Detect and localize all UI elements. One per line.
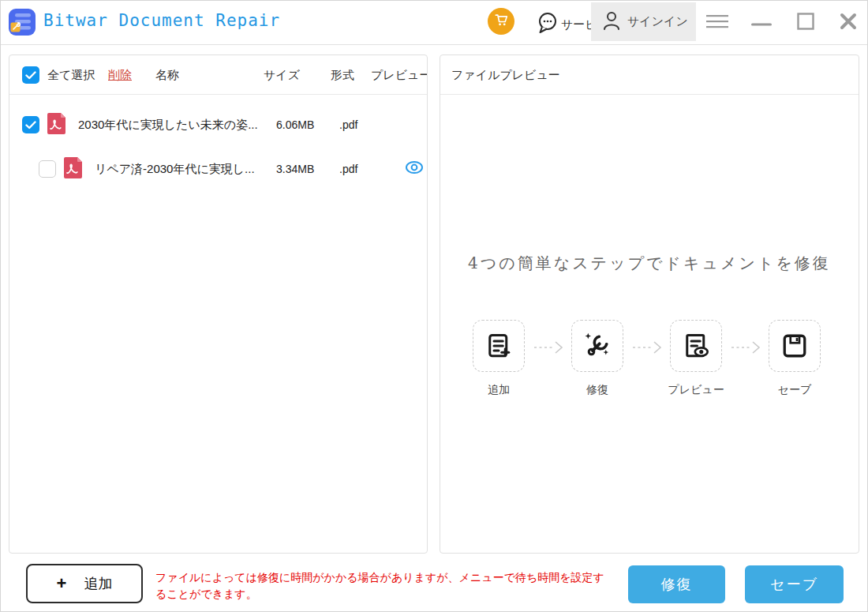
column-header-name: 名称 bbox=[155, 68, 179, 83]
pdf-file-icon bbox=[63, 156, 84, 182]
file-size: 3.34MB bbox=[276, 163, 314, 175]
minimize-icon bbox=[751, 16, 772, 30]
step-preview: プレビュー bbox=[670, 320, 722, 397]
store-button[interactable] bbox=[488, 8, 514, 35]
add-button-label: 追加 bbox=[84, 574, 112, 593]
arrow-icon bbox=[623, 340, 670, 355]
file-list-panel: 全て選択 削除 名称 サイズ 形式 プレビュー 2030年代に実現したい未来の姿… bbox=[9, 54, 428, 554]
step-label: プレビュー bbox=[668, 383, 724, 397]
column-header-preview: プレビュー bbox=[371, 68, 428, 83]
menu-button[interactable] bbox=[699, 1, 735, 45]
file-checkbox[interactable] bbox=[39, 160, 56, 178]
close-button[interactable] bbox=[831, 1, 866, 45]
close-icon bbox=[840, 13, 857, 33]
file-list-header: 全て選択 削除 名称 サイズ 形式 プレビュー bbox=[9, 55, 427, 95]
repair-button[interactable]: 修復 bbox=[628, 565, 725, 603]
user-icon bbox=[602, 10, 621, 34]
add-document-icon bbox=[473, 320, 525, 372]
column-header-format: 形式 bbox=[331, 68, 354, 83]
step-save: セーブ bbox=[769, 320, 821, 397]
steps-row: 追加 修復 bbox=[473, 320, 821, 397]
delete-link[interactable]: 削除 bbox=[108, 68, 132, 83]
select-all-checkbox[interactable] bbox=[22, 66, 39, 84]
file-name: リペア済-2030年代に実現し... bbox=[95, 162, 255, 177]
save-floppy-icon bbox=[769, 320, 821, 372]
add-file-button[interactable]: + 追加 bbox=[26, 564, 143, 603]
steps-title: 4つの簡単なステップでドキュメントを修復 bbox=[440, 253, 859, 274]
step-label: 追加 bbox=[488, 383, 510, 397]
maximize-icon bbox=[797, 13, 814, 33]
minimize-button[interactable] bbox=[744, 1, 779, 45]
app-logo-icon bbox=[8, 8, 36, 36]
column-header-size: サイズ bbox=[264, 68, 300, 83]
file-row[interactable]: 2030年代に実現したい未来の姿... 6.06MB .pdf bbox=[9, 103, 427, 147]
signin-label: サインイン bbox=[627, 14, 688, 29]
chat-bubble-icon bbox=[536, 10, 559, 39]
preview-panel-title: ファイルプレビュー bbox=[451, 68, 560, 83]
app-title: Bitwar Document Repair bbox=[43, 11, 280, 30]
preview-panel-header: ファイルプレビュー bbox=[440, 55, 859, 95]
step-label: 修復 bbox=[586, 383, 608, 397]
hamburger-icon bbox=[705, 13, 729, 32]
repair-wrench-icon bbox=[571, 320, 623, 372]
pdf-file-icon bbox=[47, 112, 68, 138]
file-checkbox[interactable] bbox=[22, 116, 39, 133]
arrow-icon bbox=[722, 340, 769, 355]
step-label: セーブ bbox=[778, 383, 812, 397]
step-add: 追加 bbox=[473, 320, 525, 397]
maximize-button[interactable] bbox=[788, 1, 823, 45]
eye-icon bbox=[405, 160, 424, 178]
preview-eye-button[interactable] bbox=[405, 160, 424, 178]
cart-icon bbox=[493, 12, 509, 31]
save-button[interactable]: セーブ bbox=[745, 565, 844, 603]
file-row[interactable]: リペア済-2030年代に実現し... 3.34MB .pdf bbox=[9, 147, 427, 191]
plus-icon: + bbox=[57, 575, 67, 592]
file-format: .pdf bbox=[339, 118, 357, 131]
title-bar: Bitwar Document Repair サービス bbox=[1, 1, 868, 45]
signin-button[interactable]: サインイン bbox=[591, 2, 696, 41]
preview-panel: ファイルプレビュー 4つの簡単なステップでドキュメントを修復 追加 bbox=[440, 54, 859, 554]
select-all-label[interactable]: 全て選択 bbox=[47, 68, 95, 83]
file-name: 2030年代に実現したい未来の姿... bbox=[78, 118, 258, 133]
footer-bar: + 追加 ファイルによっては修復に時間がかかる場合がありますが、メニューで待ち時… bbox=[1, 554, 868, 612]
repair-time-warning: ファイルによっては修復に時間がかかる場合がありますが、メニューで待ち時間を設定す… bbox=[155, 569, 613, 603]
file-size: 6.06MB bbox=[276, 118, 314, 131]
step-repair: 修復 bbox=[571, 320, 623, 397]
preview-document-icon bbox=[670, 320, 722, 372]
file-format: .pdf bbox=[339, 163, 357, 175]
arrow-icon bbox=[525, 340, 571, 355]
